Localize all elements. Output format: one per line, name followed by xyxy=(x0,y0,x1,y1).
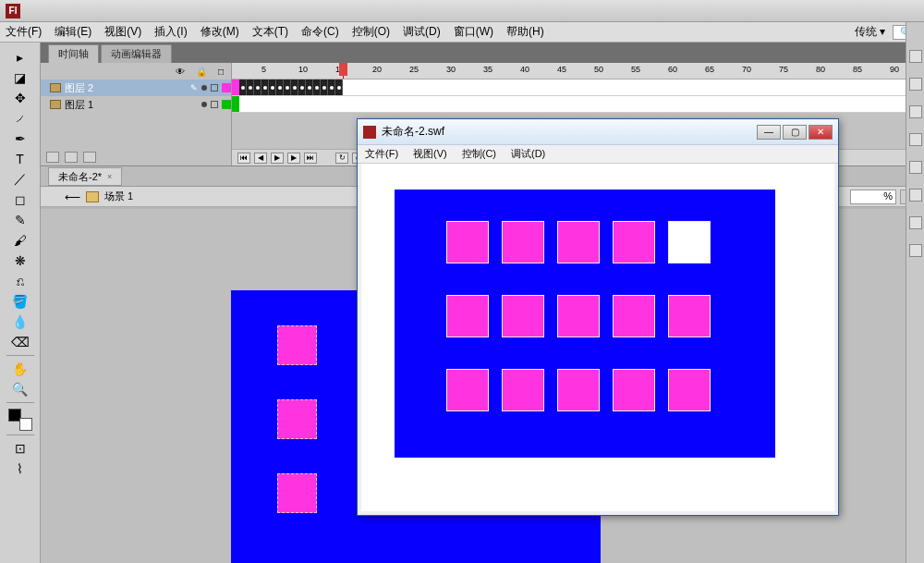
layers-footer xyxy=(41,149,231,165)
scene-name[interactable]: 场景 1 xyxy=(104,190,133,203)
eraser-tool[interactable]: ⌫ xyxy=(10,333,30,351)
swf-menu-view[interactable]: 视图(V) xyxy=(413,147,447,161)
stroke-fill-swatches[interactable] xyxy=(6,409,34,431)
ruler-tick: 35 xyxy=(483,65,492,74)
hand-tool[interactable]: ✋ xyxy=(10,360,30,378)
layer-outline-swatch[interactable] xyxy=(222,83,231,92)
components-panel-icon[interactable] xyxy=(909,244,922,257)
grid-cell-white xyxy=(668,221,711,263)
align-panel-icon[interactable] xyxy=(909,161,922,174)
rectangle-tool[interactable]: ◻ xyxy=(10,190,30,209)
close-tab-icon[interactable]: × xyxy=(107,172,112,181)
swatches-panel-icon[interactable] xyxy=(909,133,922,146)
zoom-value-input[interactable]: % xyxy=(850,190,896,204)
layer-row-2[interactable]: 图层 2 ✎ xyxy=(41,80,231,96)
layer-name: 图层 2 xyxy=(65,81,93,95)
minimize-button[interactable]: — xyxy=(757,125,781,140)
grid-cell xyxy=(446,221,489,263)
new-layer-button[interactable] xyxy=(46,152,59,163)
zoom-tool[interactable]: 🔍 xyxy=(10,380,30,398)
go-end-button[interactable]: ⏭ xyxy=(304,153,317,164)
swf-menu-debug[interactable]: 调试(D) xyxy=(511,147,545,161)
option-smooth[interactable]: ⌇ xyxy=(10,459,30,478)
magenta-square[interactable] xyxy=(277,325,317,365)
playhead[interactable] xyxy=(339,63,347,76)
lasso-tool[interactable]: ⟋ xyxy=(10,109,30,128)
step-back-button[interactable]: ◀ xyxy=(254,153,267,164)
outline-column-icon[interactable]: □ xyxy=(218,67,224,77)
menu-edit[interactable]: 编辑(E) xyxy=(55,24,91,40)
main-menu-bar: 文件(F) 编辑(E) 视图(V) 插入(I) 修改(M) 文本(T) 命令(C… xyxy=(0,22,924,43)
line-tool[interactable]: ／ xyxy=(10,170,30,189)
selection-tool[interactable]: ▸ xyxy=(10,48,30,67)
maximize-button[interactable]: ▢ xyxy=(783,125,807,140)
pencil-tool[interactable]: ✎ xyxy=(10,211,30,229)
close-window-button[interactable]: ✕ xyxy=(808,125,833,140)
ruler-tick: 30 xyxy=(446,65,456,74)
grid-cell xyxy=(613,295,655,337)
frame-1-keyframe[interactable] xyxy=(232,80,239,95)
menu-modify[interactable]: 修改(M) xyxy=(201,24,239,40)
flash-player-icon xyxy=(363,126,376,139)
ruler-tick: 5 xyxy=(261,65,266,74)
eye-column-icon[interactable]: 👁 xyxy=(176,67,185,77)
bone-tool[interactable]: ⎌ xyxy=(10,272,30,290)
swf-preview-window[interactable]: 未命名-2.swf — ▢ ✕ 文件(F) 视图(V) 控制(C) 调试(D) xyxy=(357,118,839,516)
rewind-button[interactable]: ⏮ xyxy=(237,153,250,164)
frame-ruler[interactable]: 5 10 15 20 25 30 35 40 45 50 55 60 65 70… xyxy=(232,63,906,80)
properties-panel-icon[interactable] xyxy=(909,50,922,63)
menu-view[interactable]: 视图(V) xyxy=(104,24,141,40)
subselection-tool[interactable]: ◪ xyxy=(10,68,30,87)
layers-list: 👁 🔒 □ 图层 2 ✎ 图层 1 xyxy=(41,63,232,165)
menu-command[interactable]: 命令(C) xyxy=(301,24,339,40)
workspace-layout-dropdown[interactable]: 传统 ▾ xyxy=(855,24,885,40)
pen-tool[interactable]: ✒ xyxy=(10,129,30,148)
text-tool[interactable]: T xyxy=(10,150,30,168)
layer-lock-toggle[interactable] xyxy=(211,101,218,108)
layer-visibility-dot[interactable] xyxy=(201,85,207,91)
eyedropper-tool[interactable]: 💧 xyxy=(10,312,30,331)
active-frame-span[interactable] xyxy=(239,80,343,95)
menu-insert[interactable]: 插入(I) xyxy=(154,24,187,40)
ruler-tick: 75 xyxy=(779,65,788,74)
free-transform-tool[interactable]: ✥ xyxy=(10,89,30,107)
frame-1-keyframe[interactable] xyxy=(232,96,239,112)
frames-row-layer2[interactable] xyxy=(232,80,906,96)
tab-timeline[interactable]: 时间轴 xyxy=(48,44,99,63)
menu-debug[interactable]: 调试(D) xyxy=(403,24,441,40)
fill-swatch[interactable] xyxy=(19,418,32,431)
back-button[interactable]: ⟵ xyxy=(65,190,80,203)
delete-layer-button[interactable] xyxy=(83,152,96,163)
loop-button[interactable]: ↻ xyxy=(335,153,348,164)
transform-panel-icon[interactable] xyxy=(909,216,922,229)
brush-tool[interactable]: 🖌 xyxy=(10,231,30,250)
menu-control[interactable]: 控制(O) xyxy=(352,24,390,40)
document-tab[interactable]: 未命名-2* × xyxy=(48,167,122,186)
layer-lock-toggle[interactable] xyxy=(211,84,218,92)
magenta-square[interactable] xyxy=(277,473,317,513)
menu-help[interactable]: 帮助(H) xyxy=(506,24,544,40)
new-folder-button[interactable] xyxy=(65,152,78,163)
info-panel-icon[interactable] xyxy=(909,189,922,202)
frames-row-layer1[interactable] xyxy=(232,96,906,113)
swf-menu-file[interactable]: 文件(F) xyxy=(365,147,398,161)
swf-titlebar[interactable]: 未命名-2.swf — ▢ ✕ xyxy=(358,119,838,145)
menu-file[interactable]: 文件(F) xyxy=(6,24,42,40)
paint-bucket-tool[interactable]: 🪣 xyxy=(10,292,30,311)
app-title-bar: Fl xyxy=(0,0,924,22)
menu-text[interactable]: 文本(T) xyxy=(252,24,288,40)
color-panel-icon[interactable] xyxy=(909,105,922,118)
lock-column-icon[interactable]: 🔒 xyxy=(196,67,207,77)
swf-menu-control[interactable]: 控制(C) xyxy=(462,147,496,161)
magenta-square[interactable] xyxy=(277,399,317,439)
menu-window[interactable]: 窗口(W) xyxy=(454,24,493,40)
option-snap[interactable]: ⊡ xyxy=(10,439,30,458)
deco-tool[interactable]: ❋ xyxy=(10,251,30,270)
library-panel-icon[interactable] xyxy=(909,78,922,91)
play-button[interactable]: ▶ xyxy=(271,153,284,164)
tab-motion-editor[interactable]: 动画编辑器 xyxy=(101,44,172,63)
step-fwd-button[interactable]: ▶ xyxy=(287,153,300,164)
layer-outline-swatch[interactable] xyxy=(222,100,231,109)
layer-row-1[interactable]: 图层 1 xyxy=(41,96,231,113)
layer-visibility-dot[interactable] xyxy=(201,102,207,107)
